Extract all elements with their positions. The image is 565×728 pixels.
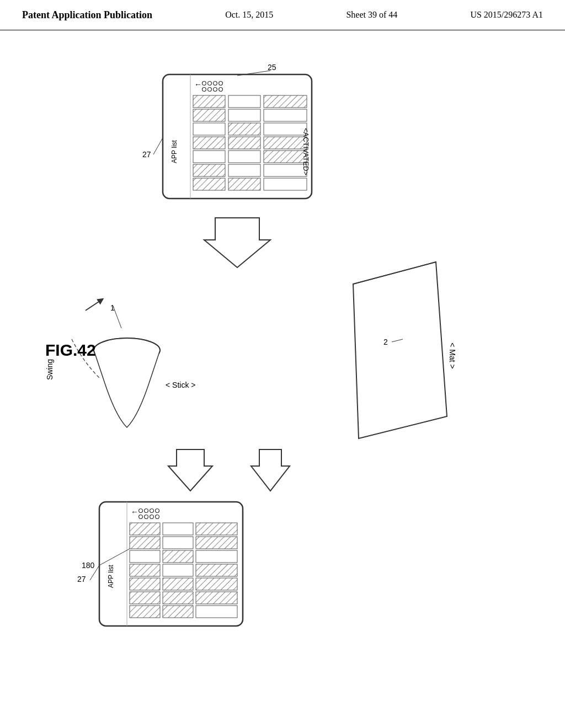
svg-point-5 [219,82,223,85]
sheet-info: Sheet 39 of 44 [346,10,397,20]
svg-rect-28 [193,178,225,190]
svg-rect-16 [193,123,225,135]
activated-label: <ACTIVATED> [302,128,310,175]
svg-rect-64 [196,578,237,590]
svg-rect-50 [130,523,160,535]
stick-label: < Stick > [166,381,195,389]
svg-rect-51 [163,523,193,535]
svg-marker-33 [204,218,270,267]
svg-point-44 [150,509,154,513]
svg-line-32 [153,138,163,154]
svg-rect-67 [196,592,237,604]
svg-point-48 [150,515,154,519]
svg-point-8 [214,88,217,92]
ref-27-top-label: 27 [142,150,151,159]
svg-line-36 [113,306,121,328]
svg-rect-12 [264,95,307,108]
svg-rect-55 [196,537,237,549]
svg-point-42 [139,509,143,513]
svg-rect-29 [228,178,260,190]
back-arrow-top: ← [194,80,202,89]
ref-27-bottom-label: 27 [77,575,86,584]
svg-rect-13 [193,109,225,121]
svg-point-49 [156,515,159,519]
svg-point-7 [208,88,212,92]
svg-rect-25 [193,164,225,176]
svg-rect-30 [264,178,307,190]
svg-point-9 [219,88,223,92]
svg-rect-24 [264,151,307,163]
svg-rect-11 [228,95,260,108]
publication-date: Oct. 15, 2015 [225,10,273,20]
svg-marker-38 [168,449,212,491]
ref-25-label: 25 [268,63,276,72]
svg-rect-15 [264,109,307,121]
svg-rect-52 [196,523,237,535]
svg-point-47 [145,515,148,519]
svg-rect-57 [163,550,193,563]
svg-rect-58 [196,550,237,563]
ref-180-label: 180 [82,561,95,570]
diagram-svg: APP list ← 25 27 <ACTIVATED> [0,30,565,728]
page-header: Patent Application Publication Oct. 15, … [0,0,565,30]
svg-rect-22 [193,151,225,163]
svg-point-6 [202,88,206,92]
svg-rect-69 [163,606,193,618]
svg-rect-70 [196,606,237,618]
app-list-label-top: APP list [170,140,178,163]
ref-1-label: 1 [110,303,115,312]
svg-point-45 [156,509,159,513]
swing-label: Swing [45,359,54,380]
svg-rect-17 [228,123,260,135]
svg-rect-21 [264,137,307,149]
svg-line-31 [237,71,270,76]
svg-rect-60 [163,564,193,576]
svg-point-3 [208,82,212,85]
svg-point-46 [139,515,143,519]
svg-rect-0 [163,74,312,199]
svg-point-2 [202,82,206,85]
svg-line-72 [99,549,130,565]
back-arrow-bottom: ← [131,507,138,516]
svg-point-34 [94,338,160,362]
svg-rect-63 [163,578,193,590]
svg-rect-10 [193,95,225,108]
patent-number: US 2015/296273 A1 [470,10,543,20]
svg-rect-56 [130,550,160,563]
svg-rect-20 [228,137,260,149]
svg-rect-54 [163,537,193,549]
svg-rect-66 [163,592,193,604]
svg-point-35 [94,338,160,362]
svg-rect-40 [99,502,243,626]
svg-line-37 [392,339,403,342]
svg-rect-26 [228,164,260,176]
svg-rect-62 [130,578,160,590]
svg-rect-14 [228,109,260,121]
svg-rect-68 [130,606,160,618]
svg-rect-27 [264,164,307,176]
svg-marker-39 [251,449,290,491]
svg-rect-59 [130,564,160,576]
figure-label: FIG.42 [45,341,96,359]
svg-rect-65 [130,592,160,604]
publication-title: Patent Application Publication [22,9,152,21]
svg-rect-23 [228,151,260,163]
svg-rect-61 [196,564,237,576]
svg-line-71 [90,565,99,580]
svg-point-43 [145,509,148,513]
svg-rect-53 [130,537,160,549]
svg-rect-19 [193,137,225,149]
ref-2-label: 2 [383,338,388,346]
svg-rect-18 [264,123,307,135]
mat-label: < Mat > [448,342,457,368]
svg-point-4 [214,82,217,85]
app-list-label-bottom: APP list [107,564,115,587]
